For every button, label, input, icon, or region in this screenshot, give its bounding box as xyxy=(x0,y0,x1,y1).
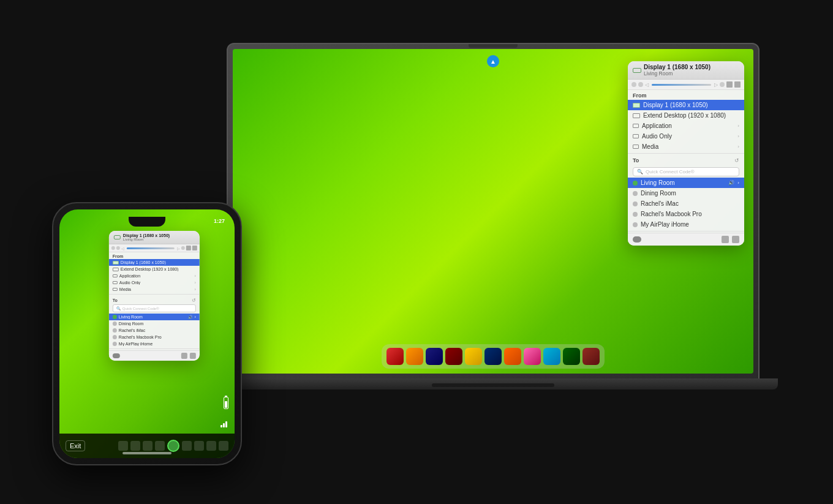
livingroom-chevron: › xyxy=(737,180,739,186)
airplay-dot xyxy=(633,222,638,227)
phone-media-chevron: › xyxy=(194,287,195,291)
toolbar-icon-4[interactable] xyxy=(182,441,192,451)
from-item-audio[interactable]: Audio Only › xyxy=(628,131,744,141)
livingroom-status-dot xyxy=(633,181,638,186)
to-item-rachels-macbook[interactable]: Rachel's Macbook Pro xyxy=(628,209,744,219)
dock-icon-ae[interactable] xyxy=(426,348,443,365)
refresh-icon[interactable]: ↺ xyxy=(734,157,739,164)
phone-ctrl-fullscreen[interactable] xyxy=(186,246,191,250)
from-item-media[interactable]: Media › xyxy=(628,141,744,152)
display-icon xyxy=(633,68,641,73)
phone-cloud-icon[interactable] xyxy=(113,353,120,358)
scene: ▲ Display 1 (1680 x 1050) Living Room xyxy=(0,0,833,504)
phone-from-media[interactable]: Media › xyxy=(109,286,200,293)
dock-icon-id[interactable] xyxy=(386,348,404,365)
ctrl-pause[interactable] xyxy=(638,82,643,87)
wifi-bar-2 xyxy=(223,423,225,427)
toolbar-icon-1[interactable] xyxy=(130,441,140,451)
quick-connect-input[interactable]: 🔍 Quick Connect Code® xyxy=(633,167,739,176)
exit-button[interactable]: Exit xyxy=(66,440,85,451)
ctrl-settings[interactable] xyxy=(734,81,741,88)
toolbar-icon-green-circle[interactable] xyxy=(167,440,179,452)
phone: 1:27 Display 1 (1680 x 1050) Living Room xyxy=(52,202,242,465)
audio-chevron: › xyxy=(737,134,739,139)
upload-icon[interactable]: ▲ xyxy=(487,55,499,67)
toolbar-icon-2[interactable] xyxy=(143,441,153,451)
phone-volume-min: ◁ xyxy=(121,246,124,250)
phone-to-dining-label: Dining Room xyxy=(119,322,196,326)
phone-ctrl-next[interactable] xyxy=(181,246,185,250)
from-label: From xyxy=(628,90,744,100)
to-item-rachels-imac-label: Rachel's iMac xyxy=(641,200,739,207)
phone-vol-icon: 🔊 xyxy=(188,315,192,319)
phone-ctrl-pause[interactable] xyxy=(116,246,120,250)
toolbar-icon-keyboard[interactable] xyxy=(118,441,128,451)
to-item-livingroom[interactable]: Living Room 🔊 › xyxy=(628,178,744,188)
toolbar-icon-5[interactable] xyxy=(194,441,204,451)
phone-to-rachels-imac-label: Rachel's iMac xyxy=(119,328,196,333)
phone-screen: 1:27 Display 1 (1680 x 1050) Living Room xyxy=(59,209,235,458)
to-item-diningroom[interactable]: Dining Room xyxy=(628,188,744,198)
battery-fill xyxy=(225,401,227,408)
phone-divider2 xyxy=(109,348,200,349)
cloud-icon[interactable] xyxy=(633,236,641,243)
dock-icon-ps[interactable] xyxy=(484,348,502,365)
phone-to-dining[interactable]: Dining Room xyxy=(109,320,200,327)
phone-quick-connect[interactable]: 🔍 Quick Connect Code® xyxy=(113,304,196,312)
phone-home-bar[interactable] xyxy=(123,452,172,454)
phone-bottom-btn1[interactable] xyxy=(181,353,187,359)
phone-vol-up[interactable] xyxy=(52,265,53,283)
to-label: To xyxy=(633,157,639,164)
ctrl-fullscreen[interactable] xyxy=(726,81,733,88)
dock-icon-pi[interactable] xyxy=(524,348,541,365)
phone-panel-title: Display 1 (1680 x 1050) xyxy=(123,233,195,238)
phone-bottom-btn2[interactable] xyxy=(190,353,196,359)
bottom-btn2[interactable] xyxy=(732,236,739,243)
laptop-panel-subtitle: Living Room xyxy=(644,70,739,77)
to-item-livingroom-label: Living Room xyxy=(641,179,725,186)
phone-to-airplay[interactable]: My AirPlay iHome xyxy=(109,340,200,347)
dock-icon-ai[interactable] xyxy=(406,348,423,365)
phone-from-extend[interactable]: Extend Desktop (1920 x 1080) xyxy=(109,266,200,273)
from-item-extend[interactable]: Extend Desktop (1920 x 1080) xyxy=(628,110,744,121)
volume-min-icon: ◁ xyxy=(645,82,649,88)
phone-from-app[interactable]: Application › xyxy=(109,273,200,279)
phone-notch xyxy=(129,217,165,227)
dock-icon-trash[interactable] xyxy=(582,348,600,365)
phone-ctrl-settings[interactable] xyxy=(192,246,197,250)
phone-from-display1[interactable]: Display 1 (1680 x 1050) xyxy=(109,259,200,266)
from-item-display1-label: Display 1 (1680 x 1050) xyxy=(643,102,739,108)
phone-app-icon xyxy=(113,274,118,277)
phone-to-rachels-imac[interactable]: Rachel's iMac xyxy=(109,327,200,334)
phone-refresh-icon[interactable]: ↺ xyxy=(192,298,196,303)
ctrl-next[interactable] xyxy=(720,82,725,87)
phone-rachels-macbook-dot xyxy=(113,335,117,339)
toolbar-icon-3[interactable] xyxy=(155,441,165,451)
to-item-airplay-label: My AirPlay iHome xyxy=(641,221,739,228)
volume-slider[interactable] xyxy=(652,84,711,86)
from-item-display1[interactable]: Display 1 (1680 x 1050) xyxy=(628,100,744,110)
phone-side-button[interactable] xyxy=(241,283,242,314)
ctrl-power[interactable] xyxy=(631,82,636,87)
dock-icon-ch[interactable] xyxy=(543,348,560,365)
phone-airplay-dot xyxy=(113,342,117,346)
toolbar-icon-6[interactable] xyxy=(206,441,216,451)
dock-icon-br[interactable] xyxy=(445,348,462,365)
to-item-rachels-imac[interactable]: Rachel's iMac xyxy=(628,198,744,209)
to-item-airplay[interactable]: My AirPlay iHome xyxy=(628,219,744,230)
phone-from-audio[interactable]: Audio Only › xyxy=(109,279,200,286)
from-item-application[interactable]: Application › xyxy=(628,121,744,131)
dock-icon-li[interactable] xyxy=(504,348,521,365)
bottom-btn1[interactable] xyxy=(722,236,729,243)
extend-icon xyxy=(633,113,640,118)
phone-vol-down[interactable] xyxy=(52,289,53,307)
dock-icon-ac[interactable] xyxy=(465,348,482,365)
toolbar-icon-7[interactable] xyxy=(219,441,228,451)
phone-to-rachels-macbook[interactable]: Rachel's Macbook Pro xyxy=(109,334,200,340)
diningroom-status-dot xyxy=(633,191,638,196)
dock-icon-tr[interactable] xyxy=(563,348,580,365)
phone-to-livingroom[interactable]: Living Room 🔊 › xyxy=(109,314,200,320)
phone-time: 1:27 xyxy=(214,218,225,224)
phone-volume-slider[interactable] xyxy=(127,247,175,249)
phone-ctrl-power[interactable] xyxy=(111,246,115,250)
